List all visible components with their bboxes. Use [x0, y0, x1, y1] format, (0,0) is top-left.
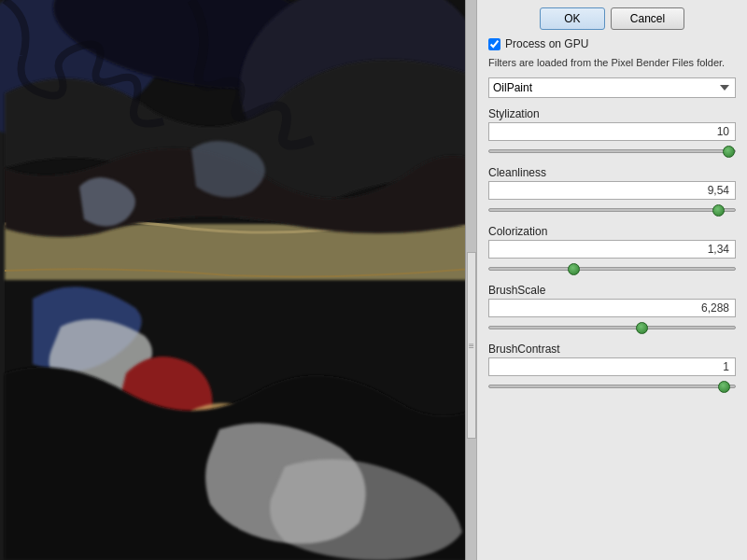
stylization-value[interactable] [488, 122, 736, 141]
cursor: ▶ [336, 505, 347, 523]
cleanliness-group: Cleanliness [488, 166, 736, 217]
brushscale-slider[interactable] [488, 326, 736, 329]
colorization-value[interactable] [488, 240, 736, 259]
info-text: Filters are loaded from the Pixel Bender… [488, 56, 736, 70]
filter-dropdown[interactable]: OilPaint Blur Sharpen [488, 77, 736, 98]
stylization-slider[interactable] [488, 149, 736, 153]
brushscale-track [488, 320, 736, 335]
brushcontrast-label: BrushContrast [488, 343, 736, 356]
cancel-button[interactable]: Cancel [611, 7, 684, 30]
settings-panel: OK Cancel Process on GPU Filters are loa… [476, 0, 747, 560]
gpu-checkbox-label: Process on GPU [505, 37, 588, 50]
brushcontrast-group: BrushContrast [488, 343, 736, 394]
sliders-section: Stylization Cleanliness Colorization [488, 107, 736, 399]
filter-dropdown-row: OilPaint Blur Sharpen [488, 77, 736, 98]
gpu-checkbox[interactable] [488, 38, 500, 50]
cleanliness-label: Cleanliness [488, 166, 736, 179]
vertical-scrollbar[interactable] [465, 0, 476, 560]
brushcontrast-value[interactable] [488, 357, 736, 376]
brushscale-group: BrushScale [488, 284, 736, 335]
stylization-track [488, 144, 736, 159]
colorization-track [488, 261, 736, 276]
ok-button[interactable]: OK [540, 7, 605, 30]
cleanliness-slider[interactable] [488, 208, 736, 212]
colorization-slider[interactable] [488, 267, 736, 271]
stylization-label: Stylization [488, 107, 736, 120]
cleanliness-value[interactable] [488, 181, 736, 200]
cleanliness-track [488, 203, 736, 217]
brushscale-label: BrushScale [488, 284, 736, 297]
colorization-group: Colorization [488, 225, 736, 276]
button-row: OK Cancel [488, 7, 736, 30]
colorization-label: Colorization [488, 225, 736, 238]
stylization-group: Stylization [488, 107, 736, 159]
scrollbar-thumb[interactable] [467, 252, 476, 439]
brushscale-value[interactable] [488, 299, 736, 317]
gpu-checkbox-row: Process on GPU [488, 37, 736, 50]
brushcontrast-track [488, 379, 736, 394]
image-preview: ▶ [0, 0, 476, 560]
brushcontrast-slider[interactable] [488, 385, 736, 388]
